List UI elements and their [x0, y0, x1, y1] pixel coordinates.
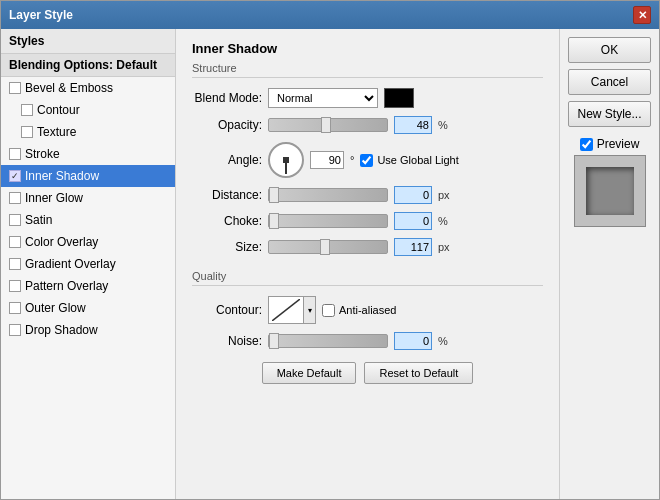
preview-inner: [586, 167, 634, 215]
distance-label: Distance:: [192, 188, 262, 202]
close-button[interactable]: ✕: [633, 6, 651, 24]
noise-slider-container: [268, 334, 388, 348]
dialog-title: Layer Style: [9, 8, 73, 22]
sidebar-item-satin[interactable]: Satin: [1, 209, 175, 231]
stroke-label: Stroke: [25, 147, 60, 161]
distance-slider[interactable]: [268, 188, 388, 202]
choke-input[interactable]: [394, 212, 432, 230]
noise-input[interactable]: [394, 332, 432, 350]
size-slider[interactable]: [268, 240, 388, 254]
new-style-button[interactable]: New Style...: [568, 101, 651, 127]
opacity-slider[interactable]: [268, 118, 388, 132]
color-swatch[interactable]: [384, 88, 414, 108]
stroke-checkbox[interactable]: [9, 148, 21, 160]
sidebar-item-bevel[interactable]: Bevel & Emboss: [1, 77, 175, 99]
global-light-label: Use Global Light: [377, 154, 458, 166]
color-overlay-label: Color Overlay: [25, 235, 98, 249]
preview-checkbox[interactable]: [580, 138, 593, 151]
choke-label: Choke:: [192, 214, 262, 228]
contour-preview[interactable]: [268, 296, 304, 324]
size-row: Size: px: [192, 238, 543, 256]
sidebar-item-color-overlay[interactable]: Color Overlay: [1, 231, 175, 253]
anti-alias-row: Anti-aliased: [322, 304, 396, 317]
drop-shadow-label: Drop Shadow: [25, 323, 98, 337]
make-default-button[interactable]: Make Default: [262, 362, 357, 384]
opacity-input[interactable]: [394, 116, 432, 134]
distance-input[interactable]: [394, 186, 432, 204]
angle-row: Angle: ° Use Global Light: [192, 142, 543, 178]
contour-svg: [272, 299, 300, 321]
outer-glow-label: Outer Glow: [25, 301, 86, 315]
bevel-label: Bevel & Emboss: [25, 81, 113, 95]
size-label: Size:: [192, 240, 262, 254]
preview-label: Preview: [597, 137, 640, 151]
outer-glow-checkbox[interactable]: [9, 302, 21, 314]
dial-center: [283, 157, 289, 163]
choke-slider[interactable]: [268, 214, 388, 228]
distance-unit: px: [438, 189, 454, 201]
gradient-overlay-checkbox[interactable]: [9, 258, 21, 270]
styles-header: Styles: [1, 29, 175, 54]
size-unit: px: [438, 241, 454, 253]
noise-slider[interactable]: [268, 334, 388, 348]
contour-dropdown-button[interactable]: ▾: [304, 296, 316, 324]
quality-section: Quality Contour: ▾: [192, 270, 543, 350]
inner-glow-checkbox[interactable]: [9, 192, 21, 204]
global-light-checkbox[interactable]: [360, 154, 373, 167]
left-panel: Styles Blending Options: Default Bevel &…: [1, 29, 176, 499]
sidebar-item-pattern-overlay[interactable]: Pattern Overlay: [1, 275, 175, 297]
anti-alias-checkbox[interactable]: [322, 304, 335, 317]
color-overlay-checkbox[interactable]: [9, 236, 21, 248]
sidebar-item-drop-shadow[interactable]: Drop Shadow: [1, 319, 175, 341]
sidebar-item-inner-glow[interactable]: Inner Glow: [1, 187, 175, 209]
sidebar-item-blending[interactable]: Blending Options: Default: [1, 54, 175, 77]
degree-symbol: °: [350, 154, 354, 166]
sidebar-item-stroke[interactable]: Stroke: [1, 143, 175, 165]
preview-box: [574, 155, 646, 227]
reset-to-default-button[interactable]: Reset to Default: [364, 362, 473, 384]
sidebar-item-inner-shadow[interactable]: Inner Shadow ↵: [1, 165, 175, 187]
texture-checkbox[interactable]: [21, 126, 33, 138]
choke-row: Choke: %: [192, 212, 543, 230]
layer-style-dialog: Layer Style ✕ Styles Blending Options: D…: [0, 0, 660, 500]
contour-row: Contour: ▾ Anti-aliased: [192, 296, 543, 324]
action-buttons: Make Default Reset to Default: [192, 362, 543, 384]
angle-input[interactable]: [310, 151, 344, 169]
sidebar-item-texture[interactable]: Texture: [1, 121, 175, 143]
choke-unit: %: [438, 215, 454, 227]
bevel-checkbox[interactable]: [9, 82, 21, 94]
left-items-list: Blending Options: Default Bevel & Emboss…: [1, 54, 175, 499]
sidebar-item-contour[interactable]: Contour: [1, 99, 175, 121]
noise-label: Noise:: [192, 334, 262, 348]
opacity-slider-container: [268, 118, 388, 132]
global-light-container: Use Global Light: [360, 154, 458, 167]
noise-unit: %: [438, 335, 454, 347]
blend-mode-select[interactable]: Normal Multiply Screen Overlay: [268, 88, 378, 108]
inner-glow-label: Inner Glow: [25, 191, 83, 205]
pattern-overlay-label: Pattern Overlay: [25, 279, 108, 293]
sidebar-item-gradient-overlay[interactable]: Gradient Overlay: [1, 253, 175, 275]
satin-checkbox[interactable]: [9, 214, 21, 226]
blend-mode-label: Blend Mode:: [192, 91, 262, 105]
inner-shadow-checkbox[interactable]: [9, 170, 21, 182]
gradient-overlay-label: Gradient Overlay: [25, 257, 116, 271]
sidebar-item-outer-glow[interactable]: Outer Glow: [1, 297, 175, 319]
drop-shadow-checkbox[interactable]: [9, 324, 21, 336]
pattern-overlay-checkbox[interactable]: [9, 280, 21, 292]
noise-row: Noise: %: [192, 332, 543, 350]
dialog-body: Styles Blending Options: Default Bevel &…: [1, 29, 659, 499]
contour-checkbox[interactable]: [21, 104, 33, 116]
contour-row-label: Contour:: [192, 303, 262, 317]
choke-slider-container: [268, 214, 388, 228]
distance-slider-container: [268, 188, 388, 202]
size-input[interactable]: [394, 238, 432, 256]
cancel-button[interactable]: Cancel: [568, 69, 651, 95]
section-title: Inner Shadow: [192, 41, 543, 56]
title-bar: Layer Style ✕: [1, 1, 659, 29]
angle-dial[interactable]: [268, 142, 304, 178]
middle-panel: Inner Shadow Structure Blend Mode: Norma…: [176, 29, 559, 499]
opacity-label: Opacity:: [192, 118, 262, 132]
ok-button[interactable]: OK: [568, 37, 651, 63]
anti-alias-label: Anti-aliased: [339, 304, 396, 316]
preview-section: Preview: [568, 137, 651, 227]
